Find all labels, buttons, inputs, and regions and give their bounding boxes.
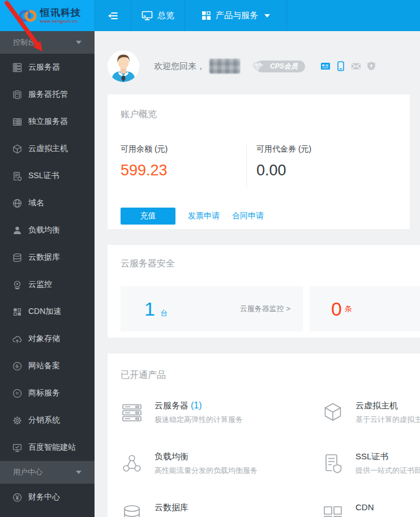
sidebar-item-distribution[interactable]: 分销系统 [0, 407, 95, 434]
svg-text:R: R [16, 391, 19, 396]
sidebar-item-label: 网站备案 [28, 361, 60, 371]
top-navigation: 总览 产品与服务 [95, 0, 287, 31]
alert-count-unit: 条 [345, 304, 352, 314]
account-card-title: 账户概览 [121, 109, 410, 120]
invoice-request-link[interactable]: 发票申请 [188, 211, 220, 221]
nodes-icon [121, 453, 143, 475]
product-count[interactable]: (1) [191, 400, 202, 410]
product-name: 云虚拟主机 [355, 400, 398, 410]
brand-name: 恒讯科技 [40, 8, 81, 18]
chevron-down-icon [76, 41, 82, 44]
sidebar-item-cloud-monitor[interactable]: 云监控 [0, 271, 95, 298]
server-stack-icon [121, 402, 143, 424]
product-cloud-database[interactable]: 云数据库 [121, 502, 322, 517]
sidebar-header-console[interactable]: 控制台 [0, 31, 95, 54]
sidebar-item-label: 独立服务器 [28, 117, 68, 127]
username-redacted [209, 59, 240, 74]
voucher-value: 0.00 [256, 162, 311, 179]
sidebar-item-server-hosting[interactable]: 服务器托管 [0, 81, 95, 108]
contract-request-link[interactable]: 合同申请 [232, 211, 264, 221]
globe-icon [12, 199, 22, 208]
grid-blocks-icon [12, 307, 22, 317]
sidebar-header-user-center[interactable]: 用户中心 [0, 461, 95, 484]
collapse-menu-icon [108, 11, 118, 21]
cube-icon [322, 402, 344, 424]
voucher-column: 可用代金券 (元) 0.00 [247, 144, 311, 187]
balance-label: 可用余额 (元) [121, 144, 246, 154]
database-icon [121, 503, 143, 517]
server-monitor-link[interactable]: 云服务器监控 > [240, 304, 290, 314]
dedicated-server-icon [12, 117, 22, 127]
product-cloud-server[interactable]: 云服务器(1) 极速稳定高弹性的计算服务 [121, 400, 322, 451]
registered-mark-icon: R [12, 389, 22, 398]
nav-products-label: 产品与服务 [216, 10, 258, 21]
account-actions: 充值 发票申请 合同申请 [121, 208, 410, 225]
cube-icon [12, 144, 22, 154]
balance-row: 可用余额 (元) 599.23 可用代金券 (元) 0.00 [121, 144, 410, 187]
product-cdn[interactable]: CDN [322, 502, 420, 517]
nav-item-products[interactable]: 产品与服务 [185, 0, 287, 31]
products-grid: 云服务器(1) 极速稳定高弹性的计算服务 云虚拟主机 基于云计算的虚拟主机 [121, 400, 420, 517]
sidebar-item-label: 云虚拟主机 [28, 144, 68, 154]
voucher-label: 可用代金券 (元) [256, 144, 311, 154]
certificate-shield-icon [322, 453, 344, 475]
database-icon [12, 253, 22, 262]
products-card-title: 已开通产品 [121, 369, 420, 381]
sidebar-item-cloud-database[interactable]: 云数据库 [0, 244, 95, 271]
sidebar-item-virtual-host[interactable]: 云虚拟主机 [0, 135, 95, 162]
server-count-group: 1 台 [144, 298, 168, 320]
nav-item-overview[interactable]: 总览 [131, 0, 185, 31]
sidebar-item-label: 对象存储 [28, 334, 60, 344]
product-name: 云数据库 [155, 502, 188, 512]
security-panels: 1 台 云服务器监控 > 0 条 [121, 286, 420, 331]
sidebar-item-baidu-sitebuilder[interactable]: 百度智能建站 [0, 434, 95, 461]
id-card-icon[interactable] [320, 61, 331, 71]
balance-column: 可用余额 (元) 599.23 [121, 144, 246, 187]
sidebar-item-website-filing[interactable]: 备 网站备案 [0, 352, 95, 380]
sidebar-item-object-storage[interactable]: 对象存储 [0, 325, 95, 352]
brand-logo[interactable]: 恒讯科技 www.hengxun.cn [0, 0, 95, 31]
product-ssl[interactable]: SSL证书 提供一站式的证书部署 [322, 451, 420, 502]
sidebar-item-finance-center[interactable]: 财务中心 [0, 484, 95, 511]
account-overview-card: 账户概览 可用余额 (元) 599.23 可用代金券 (元) 0.00 充值 发… [108, 94, 410, 229]
product-load-balancer[interactable]: 负载均衡 高性能流量分发的负载均衡服务 [121, 451, 322, 502]
mobile-phone-icon[interactable] [336, 61, 346, 71]
person-icon [12, 226, 22, 235]
sidebar-item-label: 云数据库 [28, 252, 60, 262]
server-security-card: 云服务器安全 1 台 云服务器监控 > 0 条 [108, 245, 420, 338]
svg-text:备: 备 [15, 364, 19, 369]
product-name: 负载均衡 [155, 451, 188, 461]
alert-count: 0 [331, 298, 342, 320]
recharge-button[interactable]: 充值 [121, 208, 175, 225]
server-count: 1 [144, 298, 155, 320]
chevron-down-icon [264, 14, 270, 18]
monitor-check-icon [12, 443, 22, 453]
sidebar-item-cdn[interactable]: CDN加速 [0, 298, 95, 325]
sidebar-item-cloud-server[interactable]: 云服务器 [0, 54, 95, 81]
user-center-header-label: 用户中心 [13, 467, 42, 477]
certificate-shield-icon [12, 171, 22, 181]
sidebar-collapse-button[interactable] [95, 0, 131, 31]
sidebar-item-label: 负载均衡 [28, 225, 60, 235]
sidebar-item-domain[interactable]: 域名 [0, 189, 95, 217]
chevron-down-icon [76, 471, 82, 474]
sidebar-item-load-balancer[interactable]: 负载均衡 [0, 217, 95, 244]
avatar[interactable] [108, 50, 139, 82]
brand-url: www.hengxun.cn [40, 19, 81, 24]
product-desc: 基于云计算的虚拟主机 [355, 415, 420, 425]
security-shield-icon[interactable] [366, 61, 376, 71]
mail-icon[interactable] [351, 61, 361, 71]
sidebar-item-trademark[interactable]: R 商标服务 [0, 380, 95, 407]
alert-count-panel: 0 条 [310, 286, 420, 331]
membership-badge: CPS会员 [256, 61, 305, 72]
welcome-status-icons [320, 61, 376, 71]
product-desc: 极速稳定高弹性的计算服务 [155, 415, 243, 425]
cloud-upload-icon [12, 334, 22, 344]
sidebar-item-label: CDN加速 [28, 307, 61, 317]
sidebar-item-ssl[interactable]: SSL证书 [0, 162, 95, 189]
sidebar: 控制台 云服务器 服务器托管 独立服务器 云虚拟主机 [0, 31, 95, 517]
sidebar-item-dedicated-server[interactable]: 独立服务器 [0, 108, 95, 135]
sidebar-item-label: 云服务器 [28, 62, 60, 72]
security-card-title: 云服务器安全 [121, 258, 420, 270]
product-virtual-host[interactable]: 云虚拟主机 基于云计算的虚拟主机 [322, 400, 420, 451]
